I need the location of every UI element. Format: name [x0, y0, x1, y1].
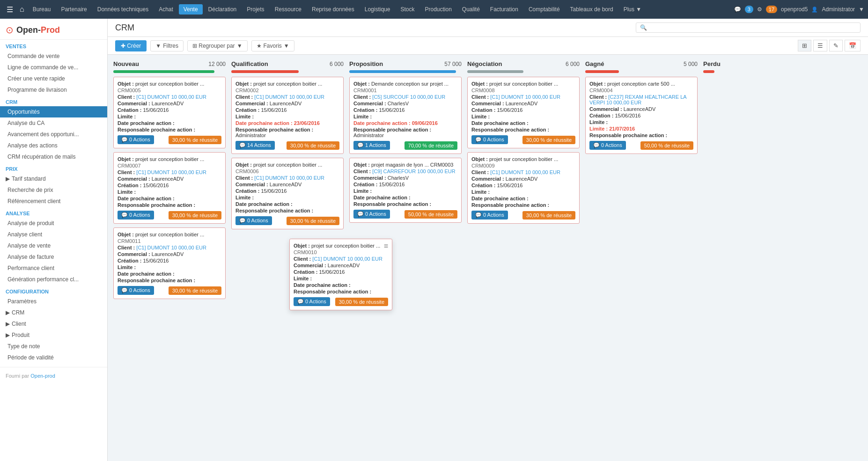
sidebar-item-client-group[interactable]: ▶ Client	[0, 318, 107, 329]
client-link[interactable]: [C1] DUMONT 10 000,00 EUR	[136, 169, 206, 175]
sidebar-item-avancement-opportuni[interactable]: Avancement des opportuni...	[0, 129, 107, 140]
sidebar-item-type-note[interactable]: Type de note	[0, 341, 107, 352]
success-button[interactable]: 30,00 % de réussite	[169, 286, 221, 295]
sidebar-item-analyse-facture[interactable]: Analyse de facture	[0, 251, 107, 263]
client-link[interactable]: [C5] SURCOUF 10 000,00 EUR	[372, 94, 445, 100]
create-button[interactable]: ✚ Créer	[115, 40, 147, 51]
actions-button[interactable]: 💬 0 Actions	[471, 211, 508, 220]
sidebar-item-tarif-standard[interactable]: ▶ Tarif standard	[0, 173, 107, 184]
username[interactable]: openprod5	[781, 6, 808, 13]
client-link[interactable]: [C1] DUMONT 10 000,00 EUR	[254, 175, 324, 181]
card-crm0004[interactable]: Objet : projet conception carte 500 ... …	[585, 77, 698, 154]
client-link[interactable]: [C1] DUMONT 10 000,00 EUR	[254, 94, 324, 100]
sidebar-item-commande-vente[interactable]: Commande de vente	[0, 51, 107, 62]
card-crm0002[interactable]: Objet : projet sur conception boitier ..…	[231, 77, 344, 154]
floating-card-crm0010[interactable]: ≡ Objet : projet sur conception boitier …	[289, 239, 392, 310]
sidebar-item-performance-client[interactable]: Performance client	[0, 263, 107, 274]
actions-button[interactable]: 💬 0 Actions	[235, 216, 272, 225]
card-crm0003[interactable]: Objet : projet magasin de lyon ... CRM00…	[349, 158, 462, 223]
actions-button[interactable]: 💬 14 Actions	[235, 141, 275, 150]
sidebar-item-crm-mails[interactable]: CRM récupération de mails	[0, 151, 107, 162]
nav-partenaire[interactable]: Partenaire	[56, 4, 91, 15]
client-link[interactable]: [C1] DUMONT 10 000,00 EUR	[136, 245, 206, 250]
list-view-btn[interactable]: ☰	[813, 40, 827, 51]
card-crm0007[interactable]: Objet : projet sur conception boitier ..…	[113, 152, 226, 224]
actions-button[interactable]: 💬 0 Actions	[353, 210, 390, 219]
success-button[interactable]: 50,00 % de réussite	[405, 210, 457, 219]
sidebar-item-periode-validite[interactable]: Période de validité	[0, 352, 107, 363]
nav-donnees-techniques[interactable]: Données techniques	[93, 4, 153, 15]
actions-button[interactable]: 💬 0 Actions	[471, 135, 508, 144]
msg-badge[interactable]: 3	[745, 6, 753, 13]
calendar-view-btn[interactable]: 📅	[845, 40, 861, 51]
nav-projets[interactable]: Projets	[242, 4, 269, 15]
sidebar-item-analyse-actions[interactable]: Analyse des actions	[0, 140, 107, 151]
client-link[interactable]: [C1] DUMONT 10 000,00 EUR	[136, 94, 206, 100]
home-icon[interactable]: ⌂	[17, 5, 27, 14]
nav-stock[interactable]: Stock	[396, 4, 419, 15]
success-button[interactable]: 30,00 % de réussite	[287, 141, 339, 150]
actions-button[interactable]: 💬 0 Actions	[294, 297, 330, 306]
client-link[interactable]: [C9] CARREFOUR 100 000,00 EUR	[372, 168, 455, 174]
sidebar-item-recherche-prix[interactable]: Recherche de prix	[0, 184, 107, 196]
nav-facturation[interactable]: Facturation	[485, 4, 523, 15]
sidebar-item-produit-group[interactable]: ▶ Produit	[0, 329, 107, 341]
sidebar-item-analyse-vente[interactable]: Analyse de vente	[0, 240, 107, 251]
actions-button[interactable]: 💬 0 Actions	[118, 211, 154, 220]
success-button[interactable]: 70,00 % de réussite	[405, 141, 457, 150]
nav-declaration[interactable]: Déclaration	[204, 4, 242, 15]
sidebar-item-generation-performance[interactable]: Génération performance cl...	[0, 274, 107, 285]
card-crm0005[interactable]: Objet : projet sur conception boitier ..…	[113, 77, 226, 148]
card-crm0001[interactable]: Objet : Demande conception sur projet ..…	[349, 77, 462, 154]
sidebar-item-analyse-ca[interactable]: Analyse du CA	[0, 117, 107, 129]
nav-ressource[interactable]: Ressource	[270, 4, 306, 15]
client-link[interactable]: [C1] DUMONT 10 000,00 EUR	[312, 256, 383, 262]
card-menu-icon[interactable]: ≡	[384, 242, 388, 250]
sidebar-item-parametres[interactable]: Paramètres	[0, 296, 107, 307]
card-crm0009[interactable]: Objet : projet sur conception boitier ..…	[467, 152, 580, 224]
sidebar-item-ligne-commande[interactable]: Ligne de commande de ve...	[0, 62, 107, 73]
search-box[interactable]: 🔍	[636, 22, 861, 33]
hamburger-icon[interactable]: ☰	[4, 5, 16, 14]
nav-achat[interactable]: Achat	[154, 4, 178, 15]
sidebar-item-opportunites[interactable]: Opportunités	[0, 106, 107, 117]
filter-button[interactable]: ▼ Filtres	[150, 40, 184, 51]
client-link[interactable]: [C1] DUMONT 10 000,00 EUR	[490, 94, 560, 100]
actions-button[interactable]: 💬 1 Actions	[353, 141, 390, 150]
gear-badge[interactable]: 17	[766, 6, 777, 13]
client-link[interactable]: [C1] DUMONT 10 000,00 EUR	[490, 169, 560, 175]
group-button[interactable]: ⊞ Regrouper par ▼	[187, 40, 248, 51]
sidebar-item-referencement-client[interactable]: Référencement client	[0, 196, 107, 207]
success-button[interactable]: 30,00 % de réussite	[169, 136, 221, 144]
success-button[interactable]: 30,00 % de réussite	[522, 211, 575, 220]
nav-qualite[interactable]: Qualité	[457, 4, 485, 15]
card-crm0011[interactable]: Objet : projet sur conception boitier ..…	[113, 227, 226, 299]
actions-button[interactable]: 💬 0 Actions	[589, 141, 626, 150]
success-button[interactable]: 30,00 % de réussite	[287, 217, 339, 225]
sidebar-item-vente-rapide[interactable]: Créer une vente rapide	[0, 73, 107, 84]
sidebar-item-analyse-produit[interactable]: Analyse de produit	[0, 218, 107, 229]
sidebar-item-crm-group[interactable]: ▶ CRM	[0, 307, 107, 318]
kanban-view-btn[interactable]: ⊞	[798, 40, 811, 51]
footer-link[interactable]: Open-prod	[30, 373, 55, 379]
card-crm0008[interactable]: Objet : projet sur conception boitier ..…	[467, 77, 580, 148]
nav-plus[interactable]: Plus ▼	[619, 4, 647, 15]
success-button[interactable]: 50,00 % de réussite	[640, 141, 693, 150]
nav-vente[interactable]: Vente	[179, 4, 203, 15]
success-button[interactable]: 30,00 % de réussite	[522, 136, 575, 144]
card-crm0006[interactable]: Objet : projet sur conception boitier ..…	[231, 158, 344, 229]
nav-bureau[interactable]: Bureau	[28, 4, 56, 15]
actions-button[interactable]: 💬 0 Actions	[118, 135, 154, 144]
fav-button[interactable]: ★ Favoris ▼	[251, 40, 294, 51]
admin-label[interactable]: Administrator	[822, 6, 855, 13]
nav-tableaux-de-bord[interactable]: Tableaux de bord	[566, 4, 618, 15]
sidebar-item-programme-livraison[interactable]: Programme de livraison	[0, 84, 107, 95]
edit-view-btn[interactable]: ✎	[829, 40, 843, 51]
nav-production[interactable]: Production	[420, 4, 456, 15]
nav-logistique[interactable]: Logistique	[360, 4, 395, 15]
nav-comptabilite[interactable]: Comptabilité	[524, 4, 565, 15]
actions-button[interactable]: 💬 0 Actions	[118, 286, 154, 295]
success-button[interactable]: 30,00 % de réussite	[335, 298, 388, 306]
success-button[interactable]: 30,00 % de réussite	[169, 211, 221, 220]
sidebar-item-analyse-client[interactable]: Analyse client	[0, 229, 107, 240]
